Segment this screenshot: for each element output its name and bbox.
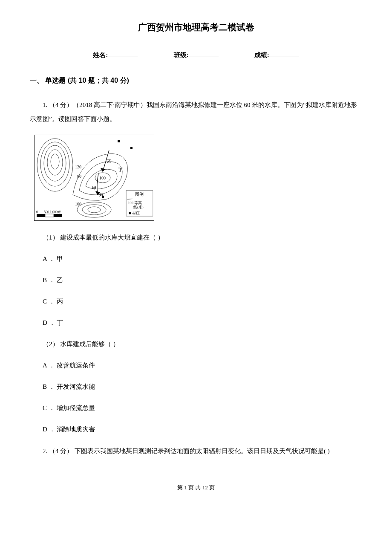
map-legend: 图例 100 等高 线(米) ■ 村庄 <box>126 191 153 216</box>
student-info-line: 姓名: 班级: 成绩: <box>30 50 362 59</box>
scale-0: 0 <box>36 210 38 214</box>
label-bing: 丙 <box>98 193 103 198</box>
svg-rect-0 <box>37 214 45 217</box>
q1-sub2-option-c: C ． 增加径流总量 <box>30 402 362 414</box>
topographic-map-svg: 0 500 1 000米 图例 100 等高 线(米) ■ 村庄 <box>34 135 154 221</box>
score-field: 成绩: <box>254 50 299 59</box>
q1-sub2-option-b: B ． 开发河流水能 <box>30 380 362 393</box>
svg-point-9 <box>51 154 59 169</box>
question-2-stem: 2. （4 分） 下图表示我国某地某日观测记录到达地面的太阳辐射日变化。该日日期… <box>30 444 362 458</box>
label-ding: 丁 <box>118 167 123 172</box>
svg-rect-2 <box>54 214 62 217</box>
contour-100b: 100 <box>75 202 81 206</box>
svg-point-13 <box>88 207 101 213</box>
scale-vals: 500 1 000米 <box>44 210 61 214</box>
class-field: 班级: <box>174 50 219 59</box>
legend-village: ■ 村庄 <box>129 211 140 215</box>
page-footer: 第 1 页 共 12 页 <box>30 484 362 491</box>
contour-80: 80 <box>77 174 81 179</box>
document-page: 广西贺州市地理高考二模试卷 姓名: 班级: 成绩: 一、 单选题 (共 10 题… <box>0 0 392 504</box>
q1-sub1-option-d: D ． 丁 <box>30 316 362 329</box>
class-blank[interactable] <box>189 50 219 57</box>
section-heading: 一、 单选题 (共 10 题；共 40 分) <box>30 76 362 85</box>
question-1-stem: 1. （4 分）（2018 高二下·南宁期中）我国东南沿海某地拟修建一座水位 6… <box>30 98 362 126</box>
contour-100a: 100 <box>99 176 106 180</box>
page-title: 广西贺州市地理高考二模试卷 <box>30 21 362 33</box>
name-blank[interactable] <box>108 50 138 57</box>
svg-point-6 <box>40 142 69 186</box>
label-jia: 甲 <box>92 185 97 191</box>
contour-120: 120 <box>75 165 81 169</box>
class-label: 班级: <box>174 51 189 58</box>
scale-bar: 0 500 1 000米 <box>36 210 62 217</box>
q1-sub1-option-c: C ． 丙 <box>30 295 362 308</box>
name-label: 姓名: <box>93 51 108 58</box>
svg-point-8 <box>47 150 63 175</box>
q1-sub1-option-b: B ． 乙 <box>30 274 362 286</box>
q1-sub1-option-a: A ． 甲 <box>30 252 362 265</box>
svg-rect-1 <box>45 214 54 217</box>
q1-sub2: （2） 水库建成后能够（ ） <box>30 338 362 350</box>
q1-sub2-option-d: D ． 消除地质灾害 <box>30 423 362 436</box>
q1-sub2-option-a: A ． 改善航运条件 <box>30 359 362 372</box>
svg-point-12 <box>82 205 106 215</box>
name-field: 姓名: <box>93 50 138 59</box>
score-blank[interactable] <box>269 50 299 57</box>
score-label: 成绩: <box>254 51 269 58</box>
label-yi: 乙 <box>107 159 112 164</box>
map-labels: 120 80 100 100 甲 乙 丙 丁 <box>75 159 123 206</box>
contours-lower <box>77 202 111 217</box>
q1-sub1: （1） 建设成本最低的水库大坝宜建在（ ） <box>30 231 362 244</box>
topographic-map-figure: 0 500 1 000米 图例 100 等高 线(米) ■ 村庄 <box>34 135 362 223</box>
svg-point-5 <box>37 139 73 191</box>
contours-left-hill <box>37 139 73 191</box>
svg-rect-16 <box>118 140 120 142</box>
svg-rect-17 <box>130 147 133 149</box>
villages <box>102 140 133 198</box>
svg-marker-14 <box>101 168 105 171</box>
legend-title: 图例 <box>135 192 144 197</box>
